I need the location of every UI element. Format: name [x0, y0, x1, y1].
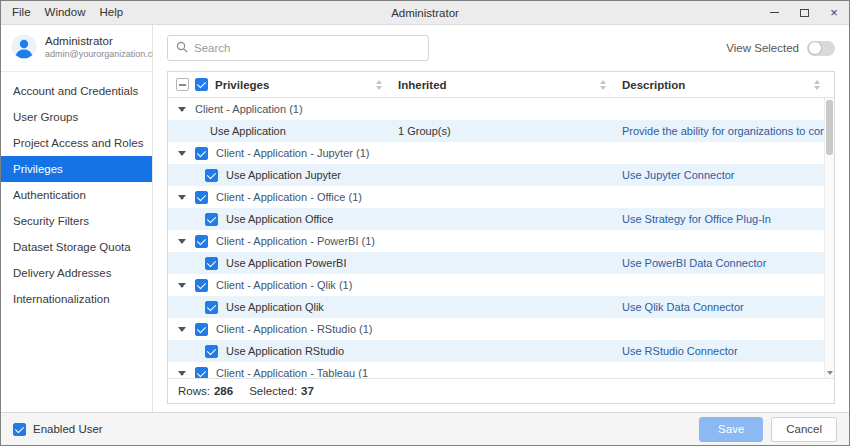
sidebar-item-privileges[interactable]: Privileges: [1, 156, 152, 182]
view-selected-toggle[interactable]: [807, 41, 835, 56]
group-label: Client - Application - Office (1): [216, 191, 362, 203]
menu-help[interactable]: Help: [92, 1, 130, 24]
column-label-description: Description: [622, 79, 685, 91]
table-row-privilege[interactable]: Use Application Office Use Strategy for …: [168, 208, 834, 230]
row-checkbox[interactable]: [205, 169, 218, 182]
view-selected-control: View Selected: [726, 41, 835, 56]
selected-count-label: Selected:: [249, 385, 297, 397]
table-body: Client - Application (1) Use Application…: [168, 98, 834, 378]
privilege-name: Use Application RStudio: [226, 345, 344, 357]
search-input[interactable]: [194, 42, 420, 54]
table-row-group[interactable]: Client - Application - Tableau (1: [168, 362, 834, 378]
select-all-checkbox[interactable]: [195, 78, 208, 91]
table-row-privilege[interactable]: Use Application PowerBI Use PowerBI Data…: [168, 252, 834, 274]
table-row-group[interactable]: Client - Application - PowerBI (1): [168, 230, 834, 252]
table-row-privilege[interactable]: Use Application Jupyter Use Jupyter Conn…: [168, 164, 834, 186]
privileges-table: Privileges Inherited Description: [167, 71, 835, 404]
rows-count-value: 286: [214, 385, 233, 397]
privilege-name: Use Application Jupyter: [226, 169, 341, 181]
sidebar-nav: Account and Credentials User Groups Proj…: [1, 72, 152, 312]
enabled-user-checkbox[interactable]: [13, 423, 26, 436]
sidebar-item-dataset-storage-quota[interactable]: Dataset Storage Quota: [1, 234, 152, 260]
profile-name: Administrator: [45, 35, 165, 47]
table-row-group[interactable]: Client - Application - Qlik (1): [168, 274, 834, 296]
group-label: Client - Application - RStudio (1): [216, 323, 373, 335]
row-checkbox[interactable]: [205, 345, 218, 358]
user-profile: Administrator admin@yourorganization.com: [1, 25, 152, 72]
privilege-name: Use Application PowerBI: [226, 257, 346, 269]
scroll-down-icon[interactable]: [827, 371, 833, 375]
close-icon: ×: [830, 6, 838, 19]
scrollbar-thumb[interactable]: [826, 100, 833, 155]
row-checkbox[interactable]: [195, 235, 208, 248]
chevron-down-icon[interactable]: [178, 195, 186, 200]
privilege-description: Use PowerBI Data Connector: [614, 252, 834, 274]
chevron-down-icon[interactable]: [178, 371, 186, 376]
table-row-group[interactable]: Client - Application - RStudio (1): [168, 318, 834, 340]
sort-icon[interactable]: [814, 80, 820, 90]
sidebar-item-security-filters[interactable]: Security Filters: [1, 208, 152, 234]
chevron-down-icon[interactable]: [178, 327, 186, 332]
row-checkbox[interactable]: [195, 147, 208, 160]
privilege-description: Use Strategy for Office Plug-In: [614, 208, 834, 230]
content-panel: View Selected Privileges Inherited: [153, 25, 849, 412]
cancel-button[interactable]: Cancel: [771, 417, 837, 442]
close-button[interactable]: ×: [819, 1, 849, 24]
window-controls: ×: [759, 1, 849, 24]
group-label: Client - Application - Tableau (1: [216, 367, 368, 378]
enabled-user-control: Enabled User: [13, 423, 103, 436]
sidebar-item-internationalization[interactable]: Internationalization: [1, 286, 152, 312]
sidebar-item-user-groups[interactable]: User Groups: [1, 104, 152, 130]
row-checkbox[interactable]: [205, 301, 218, 314]
table-row-group[interactable]: Client - Application - Jupyter (1): [168, 142, 834, 164]
sidebar-item-project-access-and-roles[interactable]: Project Access and Roles: [1, 130, 152, 156]
save-button[interactable]: Save: [699, 417, 763, 442]
row-checkbox[interactable]: [195, 191, 208, 204]
maximize-icon: [800, 9, 809, 17]
row-checkbox[interactable]: [195, 323, 208, 336]
sidebar-item-account-and-credentials[interactable]: Account and Credentials: [1, 78, 152, 104]
selected-count-value: 37: [301, 385, 314, 397]
sidebar-item-authentication[interactable]: Authentication: [1, 182, 152, 208]
group-label: Client - Application (1): [195, 103, 303, 115]
minimize-button[interactable]: [759, 1, 789, 24]
chevron-down-icon[interactable]: [178, 239, 186, 244]
profile-email: admin@yourorganization.com: [45, 49, 165, 59]
chevron-down-icon[interactable]: [178, 283, 186, 288]
column-header-inherited[interactable]: Inherited: [390, 72, 614, 97]
vertical-scrollbar[interactable]: [824, 98, 834, 378]
sort-icon[interactable]: [600, 80, 606, 90]
privilege-name: Use Application Office: [226, 213, 333, 225]
chevron-down-icon[interactable]: [178, 151, 186, 156]
bottom-bar: Enabled User Save Cancel: [1, 412, 849, 445]
menu-window[interactable]: Window: [38, 1, 93, 24]
column-label-privileges: Privileges: [215, 79, 269, 91]
collapse-all-icon[interactable]: [176, 78, 189, 91]
sidebar-item-delivery-addresses[interactable]: Delivery Addresses: [1, 260, 152, 286]
table-header: Privileges Inherited Description: [168, 72, 834, 98]
privilege-description: Provide the ability for organizations to…: [614, 120, 834, 142]
table-row-privilege[interactable]: Use Application 1 Group(s) Provide the a…: [168, 120, 834, 142]
row-checkbox[interactable]: [195, 367, 208, 379]
table-row-privilege[interactable]: Use Application RStudio Use RStudio Conn…: [168, 340, 834, 362]
toggle-knob: [809, 42, 821, 54]
table-row-group[interactable]: Client - Application - Office (1): [168, 186, 834, 208]
menu-file[interactable]: File: [5, 1, 38, 24]
row-checkbox[interactable]: [205, 257, 218, 270]
sidebar: Administrator admin@yourorganization.com…: [1, 25, 153, 412]
privilege-description: Use Qlik Data Connector: [614, 296, 834, 318]
column-header-description[interactable]: Description: [614, 72, 834, 97]
inherited-value: [390, 340, 614, 362]
maximize-button[interactable]: [789, 1, 819, 24]
privilege-description: Use RStudio Connector: [614, 340, 834, 362]
chevron-down-icon[interactable]: [178, 107, 186, 112]
column-header-privileges[interactable]: Privileges: [168, 72, 390, 97]
avatar: [11, 34, 37, 60]
table-row-privilege[interactable]: Use Application Qlik Use Qlik Data Conne…: [168, 296, 834, 318]
row-checkbox[interactable]: [205, 213, 218, 226]
sort-icon[interactable]: [376, 80, 382, 90]
app-window: File Window Help Administrator ×: [0, 0, 850, 446]
table-row-group[interactable]: Client - Application (1): [168, 98, 834, 120]
column-label-inherited: Inherited: [398, 79, 447, 91]
row-checkbox[interactable]: [195, 279, 208, 292]
